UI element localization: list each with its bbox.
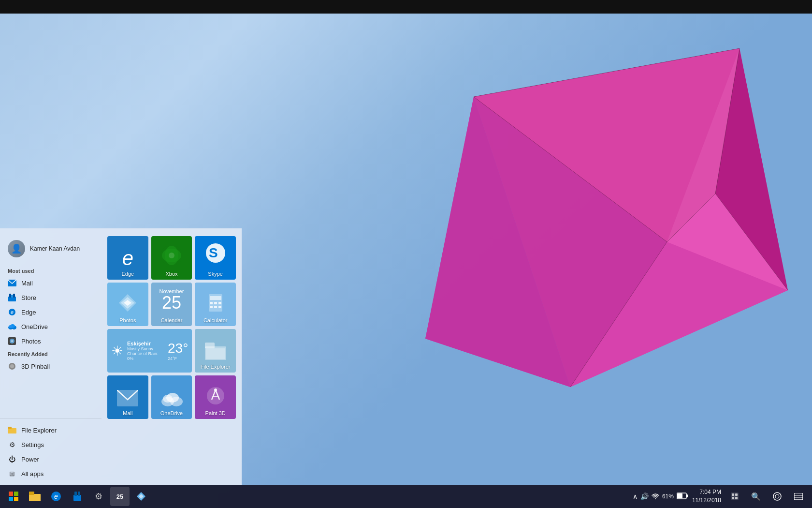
svg-rect-17 <box>13 294 15 298</box>
menu-label-file-explorer: File Explorer <box>21 427 57 434</box>
svg-point-80 <box>773 493 781 500</box>
taskbar-right: ∧ 🔊 61% 7:04 PM 11/12/2018 � <box>633 487 808 506</box>
most-used-label: Most used <box>0 265 102 276</box>
taskbar-settings[interactable]: ⚙ <box>89 487 108 506</box>
tile-edge-label: Edge <box>121 271 134 277</box>
tile-edge[interactable]: e Edge <box>107 236 148 280</box>
svg-text:e: e <box>11 309 14 315</box>
tile-calendar[interactable]: November 25 Calendar <box>151 283 192 326</box>
tile-calculator[interactable]: Calculator <box>195 283 236 326</box>
svg-rect-76 <box>732 493 734 496</box>
tile-weather-temp: 23° <box>168 341 188 356</box>
menu-label-mail: Mail <box>21 280 33 287</box>
taskbar-clock[interactable]: 7:04 PM 11/12/2018 <box>692 488 721 505</box>
svg-rect-73 <box>686 494 688 497</box>
tile-mail-label: Mail <box>123 410 132 416</box>
svg-rect-79 <box>735 497 738 499</box>
tile-weather-content: ☀ Eskişehir Mostly Sunny Chance of Rain:… <box>107 329 192 373</box>
menu-item-store[interactable]: Store <box>0 290 102 305</box>
taskbar-cortana[interactable] <box>768 487 787 506</box>
battery-icon[interactable] <box>677 493 688 501</box>
svg-rect-77 <box>735 493 738 496</box>
svg-rect-64 <box>29 492 34 495</box>
svg-rect-62 <box>14 497 18 501</box>
recently-added-label: Recently Added <box>0 348 102 359</box>
tile-file-explorer[interactable]: File Explorer <box>195 329 236 373</box>
tile-weather-city: Eskişehir <box>127 341 164 346</box>
top-bar <box>0 0 812 14</box>
svg-rect-47 <box>214 306 217 308</box>
tile-photos[interactable]: Photos <box>107 283 148 326</box>
clock-time: 7:04 PM <box>692 488 721 496</box>
show-hidden-icon[interactable]: ∧ <box>633 493 638 500</box>
taskbar-search[interactable]: 🔍 <box>746 487 766 506</box>
svg-rect-68 <box>74 492 77 496</box>
svg-rect-42 <box>210 296 221 300</box>
menu-item-3dpinball[interactable]: 3D Pinball <box>0 359 102 374</box>
taskbar-store[interactable] <box>68 487 87 506</box>
menu-label-all-apps: All apps <box>21 470 44 478</box>
taskbar-edge[interactable]: e <box>46 487 66 506</box>
taskbar-task-view[interactable] <box>789 487 808 506</box>
clock-date: 11/12/2018 <box>692 496 721 505</box>
menu-item-file-explorer[interactable]: File Explorer <box>0 423 102 437</box>
tile-photos-label: Photos <box>119 317 136 323</box>
taskbar-notifications[interactable] <box>725 487 744 506</box>
tile-paint3d-label: Paint 3D <box>205 410 226 416</box>
tile-file-explorer-icon <box>205 343 226 362</box>
taskbar-calendar[interactable]: 25 <box>110 487 130 506</box>
taskbar: e ⚙ 25 ∧ 🔊 61% <box>0 485 812 508</box>
tile-skype[interactable]: S Skype <box>195 236 236 280</box>
menu-item-mail[interactable]: Mail <box>0 276 102 290</box>
menu-label-onedrive: OneDrive <box>21 323 48 330</box>
user-profile[interactable]: 👤 Kamer Kaan Avdan <box>0 236 102 265</box>
tile-weather-sun-icon: ☀ <box>111 343 123 359</box>
svg-rect-82 <box>794 493 803 500</box>
wifi-icon[interactable] <box>652 492 659 501</box>
tile-file-explorer-label: File Explorer <box>201 364 231 370</box>
taskbar-file-explorer[interactable] <box>25 487 44 506</box>
svg-rect-44 <box>214 302 217 304</box>
tile-paint3d[interactable]: Paint 3D <box>195 375 236 419</box>
3dpinball-icon <box>8 362 16 371</box>
system-tray: ∧ 🔊 61% <box>633 492 688 501</box>
tile-paint3d-icon <box>205 385 226 408</box>
menu-item-all-apps[interactable]: ⊞ All apps <box>0 466 102 481</box>
tile-xbox-icon <box>160 244 183 269</box>
tile-calculator-label: Calculator <box>203 317 228 323</box>
tile-onedrive-icon <box>160 391 183 408</box>
svg-point-81 <box>775 494 779 498</box>
store-icon <box>8 293 16 302</box>
menu-label-edge: Edge <box>21 309 36 316</box>
tile-weather[interactable]: ☀ Eskişehir Mostly Sunny Chance of Rain:… <box>107 329 192 373</box>
menu-item-onedrive[interactable]: OneDrive <box>0 319 102 334</box>
menu-label-power: Power <box>21 456 39 463</box>
tile-skype-label: Skype <box>208 271 223 277</box>
menu-item-edge[interactable]: e Edge <box>0 305 102 319</box>
settings-icon: ⚙ <box>8 440 16 449</box>
tile-onedrive[interactable]: OneDrive <box>151 375 192 419</box>
volume-icon[interactable]: 🔊 <box>640 493 649 500</box>
svg-rect-51 <box>206 348 225 359</box>
start-menu-left: 👤 Kamer Kaan Avdan Most used Mail Store … <box>0 228 102 485</box>
onedrive-icon <box>8 322 16 331</box>
tile-xbox[interactable]: Xbox <box>151 236 192 280</box>
taskbar-photos[interactable] <box>131 487 151 506</box>
power-icon: ⏻ <box>8 455 16 463</box>
user-name: Kamer Kaan Avdan <box>30 245 80 252</box>
start-button[interactable] <box>4 487 23 506</box>
menu-item-photos[interactable]: Photos <box>0 334 102 348</box>
tile-weather-desc2: Chance of Rain: 0% <box>127 351 164 361</box>
desktop: 👤 Kamer Kaan Avdan Most used Mail Store … <box>0 0 812 508</box>
svg-point-56 <box>163 395 173 403</box>
svg-point-29 <box>10 364 14 368</box>
tile-calculator-icon <box>205 292 226 315</box>
svg-rect-74 <box>677 493 682 498</box>
svg-rect-46 <box>210 306 213 308</box>
svg-rect-50 <box>205 343 215 348</box>
menu-label-settings: Settings <box>21 441 44 448</box>
menu-item-power[interactable]: ⏻ Power <box>0 452 102 466</box>
menu-item-settings[interactable]: ⚙ Settings <box>0 437 102 452</box>
tile-mail[interactable]: Mail <box>107 375 148 419</box>
tile-edge-icon: e <box>122 247 133 270</box>
